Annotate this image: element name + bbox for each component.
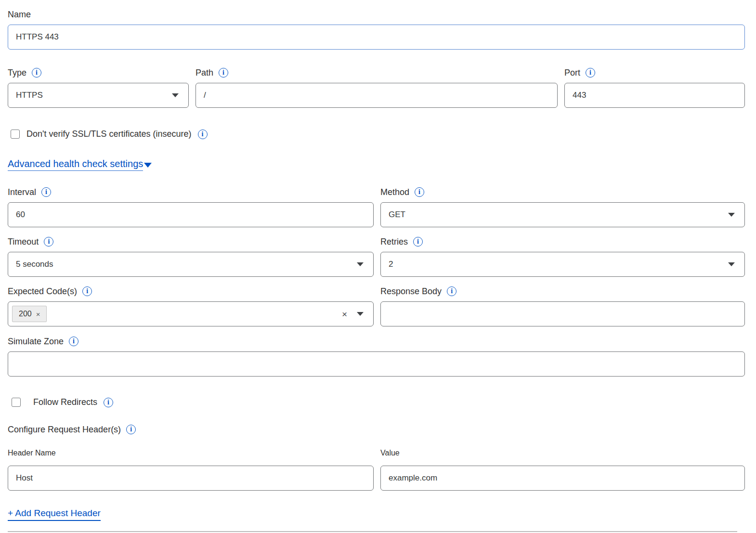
port-input[interactable] (564, 83, 745, 108)
add-request-header-link[interactable]: + Add Request Header (8, 507, 101, 521)
header-row: Header Name Value (8, 448, 745, 491)
ssl-verify-checkbox[interactable] (11, 130, 20, 139)
chevron-down-icon (728, 213, 735, 217)
simulate-zone-label-row: Simulate Zone i (8, 336, 745, 347)
expected-codes-label-row: Expected Code(s) i (8, 286, 374, 297)
request-headers-section-label: Configure Request Header(s) i (8, 424, 745, 435)
follow-redirects-info-icon[interactable]: i (104, 398, 113, 407)
ssl-verify-label: Don't verify SSL/TLS certificates (insec… (26, 129, 192, 139)
header-value-label: Value (380, 448, 745, 458)
expected-code-tag: 200 × (12, 306, 47, 322)
advanced-settings-link[interactable]: Advanced health check settings (8, 158, 143, 171)
chevron-down-icon (144, 163, 152, 168)
response-body-label: Response Body (380, 286, 442, 297)
chevron-down-icon[interactable] (357, 312, 364, 316)
chevron-down-icon (357, 262, 364, 266)
retries-info-icon[interactable]: i (413, 237, 423, 247)
header-name-input[interactable] (8, 466, 374, 491)
timeout-label-row: Timeout i (8, 236, 374, 247)
timeout-label: Timeout (8, 236, 39, 247)
chevron-down-icon (728, 262, 735, 266)
retries-label: Retries (380, 236, 408, 247)
interval-method-row: Interval i Method i GET (8, 186, 745, 227)
expected-code-tag-value: 200 (19, 310, 32, 318)
method-label: Method (380, 186, 409, 198)
configure-headers-info-icon[interactable]: i (126, 425, 136, 434)
response-body-info-icon[interactable]: i (447, 286, 456, 296)
section-divider (8, 531, 737, 532)
header-name-label: Header Name (8, 448, 374, 458)
expected-codes-info-icon[interactable]: i (82, 286, 92, 296)
port-label: Port (564, 67, 580, 78)
expected-codes-multiselect[interactable]: 200 × × (8, 301, 374, 326)
simulate-zone-info-icon[interactable]: i (69, 337, 78, 346)
configure-headers-label: Configure Request Header(s) (8, 424, 121, 435)
advanced-settings-toggle[interactable]: Advanced health check settings (8, 158, 152, 171)
multiselect-controls: × (342, 310, 364, 319)
chevron-down-icon (172, 93, 179, 97)
simulate-zone-field: Simulate Zone i (8, 336, 745, 377)
codes-body-row: Expected Code(s) i 200 × × Response Body… (8, 286, 745, 326)
timeout-select-value: 5 seconds (16, 260, 357, 269)
name-label-row: Name (8, 9, 745, 20)
method-select[interactable]: GET (380, 202, 745, 227)
follow-redirects-checkbox[interactable] (12, 398, 21, 407)
follow-redirects-row: Follow Redirects i (12, 397, 745, 407)
ssl-verify-info-icon[interactable]: i (198, 130, 208, 139)
header-value-input[interactable] (380, 466, 745, 491)
type-label: Type (8, 67, 26, 78)
method-select-value: GET (389, 210, 728, 220)
port-label-row: Port i (564, 67, 745, 78)
type-path-port-row: Type i HTTPS Path i Port i (8, 67, 745, 108)
ssl-verify-checkbox-row: Don't verify SSL/TLS certificates (insec… (11, 129, 745, 139)
interval-label: Interval (8, 186, 36, 198)
name-input[interactable] (8, 25, 745, 50)
path-info-icon[interactable]: i (219, 68, 228, 78)
follow-redirects-label: Follow Redirects (33, 397, 97, 407)
timeout-select[interactable]: 5 seconds (8, 252, 374, 277)
retries-label-row: Retries i (380, 236, 745, 247)
tag-remove-icon[interactable]: × (36, 310, 40, 318)
retries-select-value: 2 (389, 260, 728, 269)
simulate-zone-label: Simulate Zone (8, 336, 64, 347)
clear-icon[interactable]: × (342, 310, 347, 319)
interval-info-icon[interactable]: i (41, 187, 51, 197)
path-label-row: Path i (196, 67, 558, 78)
method-info-icon[interactable]: i (415, 187, 424, 197)
response-body-label-row: Response Body i (380, 286, 745, 297)
type-label-row: Type i (8, 67, 189, 78)
port-info-icon[interactable]: i (586, 68, 595, 78)
path-label: Path (196, 67, 213, 78)
interval-label-row: Interval i (8, 186, 374, 198)
timeout-info-icon[interactable]: i (44, 237, 53, 247)
type-select[interactable]: HTTPS (8, 83, 189, 108)
name-label: Name (8, 9, 31, 20)
response-body-input[interactable] (380, 301, 745, 326)
type-info-icon[interactable]: i (32, 68, 41, 78)
expected-codes-label: Expected Code(s) (8, 286, 77, 297)
method-label-row: Method i (380, 186, 745, 198)
simulate-zone-input[interactable] (8, 351, 745, 377)
add-request-header-row: + Add Request Header (8, 507, 101, 521)
health-check-form: Name Type i HTTPS Path i Port i (0, 0, 756, 532)
retries-select[interactable]: 2 (380, 252, 745, 277)
path-input[interactable] (196, 83, 558, 108)
interval-input[interactable] (8, 202, 374, 227)
type-select-value: HTTPS (16, 91, 172, 100)
timeout-retries-row: Timeout i 5 seconds Retries i 2 (8, 236, 745, 277)
